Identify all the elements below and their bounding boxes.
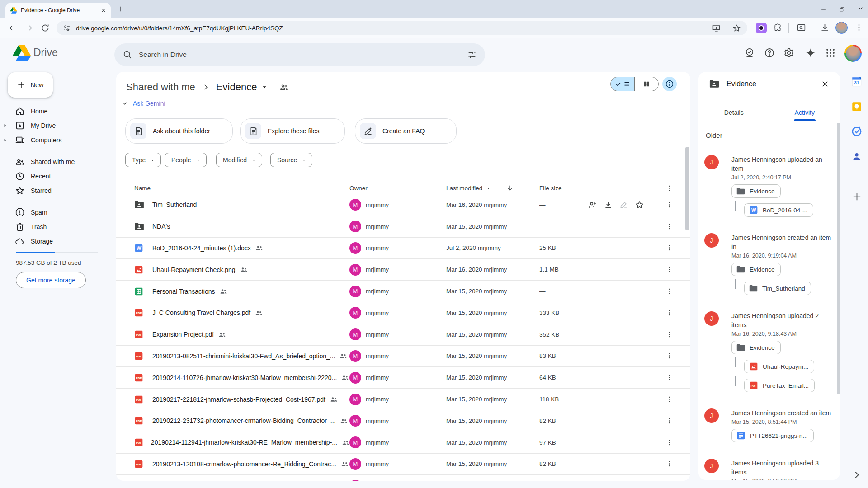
- download-icon[interactable]: [604, 200, 613, 210]
- more-options-icon[interactable]: [665, 287, 673, 295]
- file-row[interactable]: PDF20190214-110726-jhmarlow-kriskat30-Ma…: [116, 366, 690, 388]
- downloads-icon[interactable]: [820, 23, 830, 33]
- offline-status-icon[interactable]: [744, 47, 755, 58]
- search-options-icon[interactable]: [467, 50, 477, 60]
- file-row[interactable]: PDFJ_C Consulting Travel Charges.pdf Mmr…: [116, 302, 690, 324]
- browser-profile-avatar[interactable]: [835, 22, 848, 34]
- get-more-storage-button[interactable]: Get more storage: [16, 272, 86, 288]
- main-scrollbar[interactable]: [685, 147, 689, 230]
- item-chip[interactable]: Uhaul-Repaym...: [744, 360, 814, 373]
- tasks-icon[interactable]: [851, 126, 863, 137]
- extension-badge-icon[interactable]: [756, 23, 767, 33]
- folder-menu-caret-icon[interactable]: [261, 84, 268, 90]
- gemini-card[interactable]: Ask about this folder: [125, 118, 233, 144]
- filter-people[interactable]: People: [165, 153, 207, 167]
- reload-icon[interactable]: [41, 23, 50, 33]
- gemini-sparkle-icon[interactable]: [805, 47, 816, 58]
- more-options-icon[interactable]: [665, 309, 673, 317]
- item-chip[interactable]: Evidence: [731, 263, 781, 276]
- tab-details[interactable]: Details: [698, 104, 769, 121]
- more-options-icon[interactable]: [665, 374, 673, 381]
- side-panel-icon[interactable]: [797, 23, 806, 33]
- add-panel-app-icon[interactable]: [852, 192, 862, 202]
- settings-gear-icon[interactable]: [783, 47, 794, 58]
- column-options[interactable]: [586, 184, 690, 192]
- bookmark-star-icon[interactable]: [732, 24, 741, 33]
- more-options-icon[interactable]: [665, 266, 673, 273]
- more-options-icon[interactable]: [665, 439, 673, 446]
- gemini-card[interactable]: Explore these files: [240, 118, 345, 144]
- close-panel-icon[interactable]: [821, 80, 829, 88]
- sidebar-item-trash[interactable]: Trash: [0, 220, 113, 234]
- apps-grid-icon[interactable]: [825, 47, 836, 58]
- sidebar-item-computers[interactable]: Computers: [0, 133, 113, 147]
- file-row[interactable]: PDFExpansion Project.pdf Mmrjimmy Mar 15…: [116, 324, 690, 345]
- install-icon[interactable]: [712, 24, 721, 33]
- file-row[interactable]: PDF20190214-112941-jhmarlow-kriskat30-RE…: [116, 432, 690, 453]
- more-options-icon[interactable]: [665, 244, 673, 252]
- sidebar-item-starred[interactable]: Starred: [0, 183, 113, 198]
- grid-view-button[interactable]: [635, 77, 658, 91]
- new-tab-button[interactable]: [117, 5, 124, 13]
- item-chip[interactable]: WBoD_2016-04-...: [744, 203, 813, 217]
- contacts-icon[interactable]: [851, 150, 863, 162]
- sidebar-item-home[interactable]: Home: [0, 104, 113, 118]
- file-row[interactable]: Personal Transactions Mmrjimmy Mar 15, 2…: [116, 280, 690, 302]
- more-options-icon[interactable]: [665, 331, 673, 338]
- file-row[interactable]: WBoD_2016-04-24_minutes (1).docx Mmrjimm…: [116, 237, 690, 259]
- file-row[interactable]: PDF20190212-231732-photomancer-crmarlow-…: [116, 410, 690, 432]
- list-view-button[interactable]: [611, 77, 635, 91]
- tab-close-icon[interactable]: [101, 8, 106, 13]
- breadcrumb-current[interactable]: Evidence: [216, 81, 257, 93]
- item-chip[interactable]: Evidence: [731, 341, 781, 354]
- file-row[interactable]: Uhaul-Repayment Check.png Mmrjimmy Mar 1…: [116, 258, 690, 280]
- panel-scrollbar[interactable]: [837, 123, 840, 394]
- more-options-icon[interactable]: [665, 201, 673, 209]
- more-options-icon[interactable]: [665, 417, 673, 425]
- forward-icon[interactable]: [24, 23, 33, 33]
- extensions-puzzle-icon[interactable]: [773, 23, 783, 33]
- account-avatar[interactable]: [844, 45, 862, 62]
- star-icon[interactable]: [635, 200, 644, 210]
- item-chip[interactable]: PDFPureTax_Email...: [744, 379, 815, 392]
- minimize-icon[interactable]: [821, 6, 826, 12]
- back-icon[interactable]: [8, 23, 17, 33]
- url-bar[interactable]: drive.google.com/drive/u/0/folders/14mXf…: [57, 21, 747, 35]
- more-options-icon[interactable]: [665, 395, 673, 403]
- breadcrumb-parent[interactable]: Shared with me: [126, 81, 195, 93]
- rename-icon[interactable]: [619, 200, 628, 209]
- more-options-icon[interactable]: [665, 460, 673, 468]
- calendar-icon[interactable]: 31: [851, 76, 863, 88]
- file-row[interactable]: PDF M: [116, 474, 690, 481]
- drive-logo[interactable]: [12, 45, 31, 61]
- site-permissions-icon[interactable]: [63, 24, 71, 32]
- browser-menu-icon[interactable]: [854, 23, 863, 33]
- browser-tab[interactable]: Evidence - Google Drive: [5, 3, 111, 18]
- ask-gemini-toggle[interactable]: Ask Gemini: [121, 100, 165, 107]
- new-button[interactable]: New: [8, 72, 53, 98]
- item-chip[interactable]: Evidence: [731, 184, 781, 198]
- column-size[interactable]: File size: [539, 185, 586, 192]
- column-name[interactable]: Name: [116, 185, 349, 192]
- close-window-icon[interactable]: [858, 6, 863, 12]
- sidebar-item-recent[interactable]: Recent: [0, 169, 113, 183]
- more-options-icon[interactable]: [665, 352, 673, 360]
- file-row[interactable]: PDF20190213-082511-chrismini-kriskat30-F…: [116, 345, 690, 367]
- file-row[interactable]: PDF20190213-120108-crmarlow-photomancer-…: [116, 453, 690, 475]
- file-row[interactable]: Tim_Sutherland Mmrjimmy Mar 16, 2020 mrj…: [116, 194, 690, 216]
- sidebar-item-storage[interactable]: Storage: [0, 234, 113, 249]
- sidebar-item-shared-with-me[interactable]: Shared with me: [0, 155, 113, 169]
- item-chip[interactable]: Tim_Sutherland: [744, 282, 811, 295]
- search-bar[interactable]: Search in Drive: [114, 43, 485, 66]
- column-owner[interactable]: Owner: [349, 185, 446, 192]
- filter-modified[interactable]: Modified: [216, 153, 262, 167]
- tab-activity[interactable]: Activity: [769, 104, 840, 121]
- restore-icon[interactable]: [839, 6, 845, 12]
- file-row[interactable]: PDF20190217-221812-jhmarlow-schasb-Proje…: [116, 388, 690, 410]
- info-button[interactable]: [662, 77, 677, 91]
- collapse-rail-icon[interactable]: [852, 470, 862, 480]
- keep-icon[interactable]: [851, 101, 863, 113]
- sidebar-item-spam[interactable]: Spam: [0, 205, 113, 220]
- share-icon[interactable]: [588, 200, 597, 210]
- more-options-icon[interactable]: [665, 223, 673, 230]
